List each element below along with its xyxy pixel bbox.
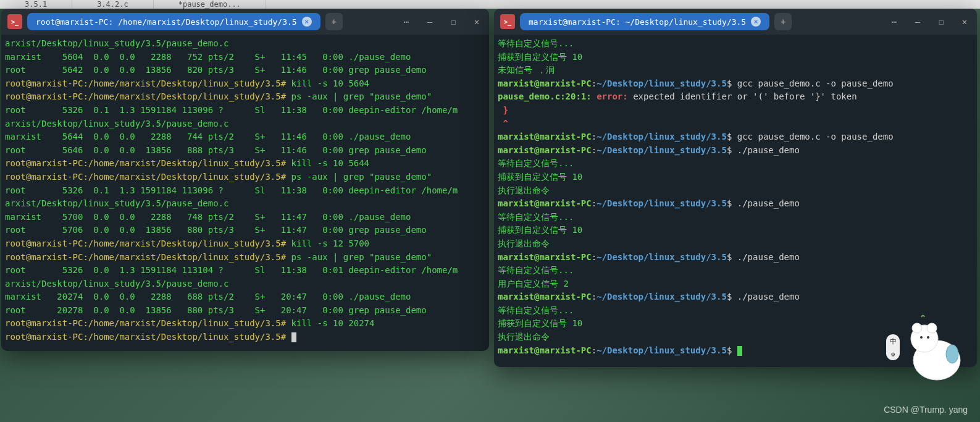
terminal-text: ~/Desktop/linux_study/3.5 xyxy=(597,132,727,141)
terminal-text: } xyxy=(498,105,508,115)
terminal-line: root 20278 0.0 0.0 13856 880 pts/3 S+ 20… xyxy=(5,304,485,318)
terminal-text: marxist 5604 0.0 0.0 2288 752 pts/2 S+ 1… xyxy=(5,52,411,62)
terminal-line: arxist/Desktop/linux_study/3.5/pause_dem… xyxy=(5,277,485,291)
terminal-text: : xyxy=(592,78,597,88)
cursor xyxy=(291,332,296,342)
close-tab-icon[interactable]: × xyxy=(302,17,312,27)
add-tab-button[interactable]: + xyxy=(325,13,343,30)
close-icon[interactable]: ✕ xyxy=(958,15,971,28)
terminal-line: arxist/Desktop/linux_study/3.5/pause_dem… xyxy=(5,197,485,211)
terminal-text: : xyxy=(592,145,597,155)
terminal-line: root@marxist-PC:/home/marxist/Desktop/li… xyxy=(5,317,485,331)
terminal-text: $ ./pause_demo xyxy=(727,292,800,302)
watermark: CSDN @Trump. yang xyxy=(884,405,968,415)
terminal-text: : xyxy=(592,132,597,141)
terminal-line: pause_demo.c:20:1: error: expected ident… xyxy=(498,90,973,104)
terminal-text: ps -aux | grep "pause_demo" xyxy=(286,252,432,262)
terminal-text: ~/Desktop/linux_study/3.5 xyxy=(597,345,727,355)
terminal-text: ^ xyxy=(498,119,508,129)
terminal-line: root@marxist-PC:/home/marxist/Desktop/li… xyxy=(5,157,485,171)
close-icon[interactable]: ✕ xyxy=(471,15,483,28)
terminal-text: root@marxist-PC:/home/marxist/Desktop/li… xyxy=(5,252,286,262)
terminal-line: 等待自定义信号... xyxy=(498,37,973,51)
terminal-line: marxist@marxist-PC:~/Desktop/linux_study… xyxy=(498,290,973,304)
terminal-text: marxist@marxist-PC xyxy=(498,292,592,302)
terminal-text: $ gcc pause_demo.c -o pause_demo xyxy=(727,132,894,141)
titlebar[interactable]: root@marxist-PC: /home/marxist/Desktop/l… xyxy=(1,9,489,35)
terminal-text: : xyxy=(592,198,597,208)
terminal-line: 执行退出命令 xyxy=(498,331,973,344)
terminal-line: marxist@marxist-PC:~/Desktop/linux_study… xyxy=(498,197,973,211)
terminal-text: marxist 5700 0.0 0.0 2288 748 pts/2 S+ 1… xyxy=(5,212,411,222)
terminal-text: 用户自定义信号 2 xyxy=(498,279,569,289)
terminal-text: kill -s 10 5604 xyxy=(286,78,369,88)
terminal-line: root 5642 0.0 0.0 13856 820 pts/3 S+ 11:… xyxy=(5,64,485,77)
terminal-text: root@marxist-PC:/home/marxist/Desktop/li… xyxy=(5,318,286,328)
terminal-text: expected identifier or '(' before '}' to… xyxy=(628,91,857,101)
terminal-text: : xyxy=(592,292,597,302)
terminal-line: root 5326 0.1 1.3 1591184 113096 ? Sl 11… xyxy=(5,104,485,117)
maximize-icon[interactable]: ☐ xyxy=(447,15,459,28)
terminal-line: root@marxist-PC:/home/marxist/Desktop/li… xyxy=(5,251,485,264)
terminal-line: 执行退出命令 xyxy=(498,237,973,251)
add-tab-button[interactable]: + xyxy=(774,13,792,30)
terminal-line: marxist@marxist-PC:~/Desktop/linux_study… xyxy=(498,77,973,91)
tab-title: root@marxist-PC: /home/marxist/Desktop/l… xyxy=(36,17,297,27)
terminal-line: marxist@marxist-PC:~/Desktop/linux_study… xyxy=(498,251,973,264)
terminal-text: $ ./pause_demo xyxy=(727,252,800,262)
terminal-line: 捕获到自定义信号 10 xyxy=(498,171,973,184)
terminal-text: ~/Desktop/linux_study/3.5 xyxy=(597,252,727,262)
terminal-line: marxist@marxist-PC:~/Desktop/linux_study… xyxy=(498,344,973,358)
terminal-text: root 5326 0.1 1.3 1591184 113096 ? Sl 11… xyxy=(5,105,458,115)
terminal-text: error: xyxy=(597,91,628,101)
terminal-line: root 5646 0.0 0.0 13856 888 pts/3 S+ 11:… xyxy=(5,144,485,158)
terminal-icon xyxy=(500,14,515,29)
maximize-icon[interactable]: ☐ xyxy=(935,15,947,28)
terminal-text: marxist@marxist-PC xyxy=(498,78,592,88)
terminal-text: pause_demo.c:20:1: xyxy=(498,91,597,101)
terminal-line: marxist@marxist-PC:~/Desktop/linux_study… xyxy=(498,130,973,144)
terminal-text: 等待自定义信号... xyxy=(498,212,574,222)
close-tab-icon[interactable]: × xyxy=(751,17,761,27)
terminal-line: ^ xyxy=(498,117,973,131)
terminal-text: arxist/Desktop/linux_study/3.5/pause_dem… xyxy=(5,279,228,289)
window-controls: ⋯ — ☐ ✕ xyxy=(400,15,483,28)
terminal-text: : xyxy=(592,345,597,355)
terminal-line: root@marxist-PC:/home/marxist/Desktop/li… xyxy=(5,331,485,344)
terminal-line: 等待自定义信号... xyxy=(498,264,973,277)
ime-indicator[interactable]: 中 ⚙ xyxy=(886,334,900,360)
menu-icon[interactable]: ⋯ xyxy=(400,15,413,28)
terminal-line: 捕获到自定义信号 10 xyxy=(498,317,973,331)
terminal-line: 捕获到自定义信号 10 xyxy=(498,51,973,64)
terminal-body[interactable]: 等待自定义信号...捕获到自定义信号 10未知信号 ，润marxist@marx… xyxy=(494,35,977,360)
terminal-text: marxist@marxist-PC xyxy=(498,145,592,155)
terminal-line: marxist 5700 0.0 0.0 2288 748 pts/2 S+ 1… xyxy=(5,211,485,224)
terminal-line: 未知信号 ，润 xyxy=(498,64,973,77)
terminal-line: root 5326 0.1 1.3 1591184 113096 ? Sl 11… xyxy=(5,184,485,198)
minimize-icon[interactable]: — xyxy=(911,15,924,28)
terminal-line: marxist 5644 0.0 0.0 2288 744 pts/2 S+ 1… xyxy=(5,130,485,144)
terminal-line: marxist 20274 0.0 0.0 2288 688 pts/2 S+ … xyxy=(5,290,485,304)
terminal-text: ~/Desktop/linux_study/3.5 xyxy=(597,198,727,208)
tab-label[interactable]: root@marxist-PC: /home/marxist/Desktop/l… xyxy=(27,13,320,30)
terminal-text: root@marxist-PC:/home/marxist/Desktop/li… xyxy=(5,158,286,168)
titlebar[interactable]: marxist@marxist-PC: ~/Desktop/linux_stud… xyxy=(494,9,977,35)
terminal-text: ps -aux | grep "pause_demo" xyxy=(286,172,432,182)
terminal-line: root 5326 0.0 1.3 1591184 113104 ? Sl 11… xyxy=(5,264,485,277)
terminal-line: root@marxist-PC:/home/marxist/Desktop/li… xyxy=(5,171,485,184)
terminal-line: } xyxy=(498,104,973,117)
terminal-text: marxist@marxist-PC xyxy=(498,345,592,355)
menu-icon[interactable]: ⋯ xyxy=(888,15,900,28)
terminal-text: ~/Desktop/linux_study/3.5 xyxy=(597,145,727,155)
terminal-line: marxist 5604 0.0 0.0 2288 752 pts/2 S+ 1… xyxy=(5,51,485,64)
terminal-line: arxist/Desktop/linux_study/3.5/pause_dem… xyxy=(5,117,485,131)
terminal-line: root@marxist-PC:/home/marxist/Desktop/li… xyxy=(5,237,485,251)
tab-label[interactable]: marxist@marxist-PC: ~/Desktop/linux_stud… xyxy=(520,13,769,30)
terminal-text: root 5326 0.1 1.3 1591184 113096 ? Sl 11… xyxy=(5,185,458,195)
minimize-icon[interactable]: — xyxy=(424,15,436,28)
terminal-line: 捕获到自定义信号 10 xyxy=(498,224,973,237)
terminal-text: root 5706 0.0 0.0 13856 880 pts/3 S+ 11:… xyxy=(5,225,427,235)
terminal-text: kill -s 12 5700 xyxy=(286,238,369,248)
terminal-body[interactable]: arxist/Desktop/linux_study/3.5/pause_dem… xyxy=(1,35,489,347)
terminal-text: arxist/Desktop/linux_study/3.5/pause_dem… xyxy=(5,198,228,208)
